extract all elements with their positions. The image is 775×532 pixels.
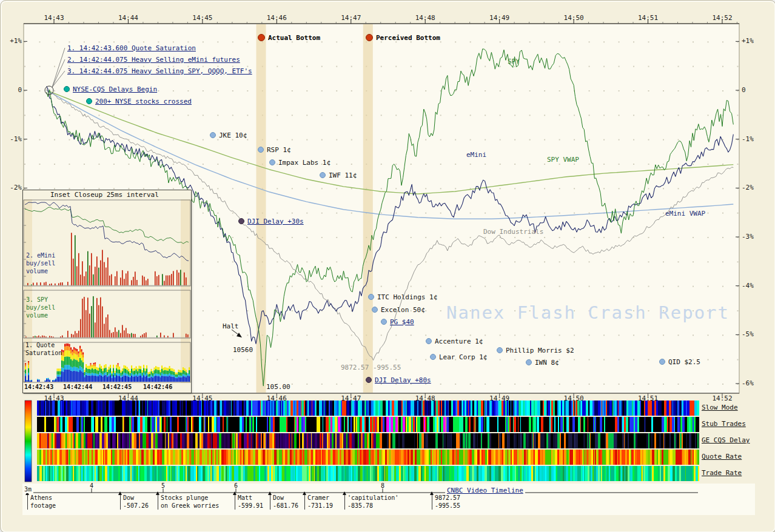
blue-dot [368, 294, 374, 300]
annotation-label: Dow Industrials [483, 228, 543, 236]
purple-dot [366, 377, 372, 383]
blue-dot [497, 347, 503, 353]
annotation-2-14-42-44-075-heavy-selling-emini-futures[interactable]: 2. 14:42:44.075 Heavy Selling eMini futu… [67, 56, 240, 63]
timeline-event-line: -681.76 [273, 502, 298, 510]
heatmap-label-trade-rate[interactable]: Trade Rate [702, 470, 742, 477]
inset-x-label: 14:42:43 [24, 384, 53, 390]
x-axis-label-heatmap: 14:45 [189, 395, 216, 403]
blue-dot [210, 132, 216, 138]
annotation-emini: eMini [466, 151, 486, 158]
annotation-iwn-8: IWN 8¢ [526, 359, 559, 366]
timeline-event-matt-599-91: Matt-599.91 [235, 494, 263, 510]
timeline-event-capitulation-835-78: 'capitulation'-835.78 [344, 494, 398, 510]
x-axis-label-heatmap: 14:46 [263, 395, 290, 403]
annotation-nyse-cqs-delays-begin[interactable]: NYSE-CQS Delays Begin [64, 85, 157, 93]
x-axis-label-heatmap: 14:49 [486, 395, 513, 403]
red-dot [258, 34, 265, 41]
timeline-event-line: footage [30, 502, 56, 510]
annotation-label[interactable]: PG $40 [390, 318, 414, 326]
annotation-label: ITC Holdings 1¢ [377, 293, 437, 301]
annotation-label: Lear Corp 1¢ [439, 353, 487, 361]
inset-label-quote-saturation: 1. Quote Saturation [25, 341, 62, 357]
annotation-label[interactable]: 1. 14:42:43.600 Quote Saturation [67, 44, 196, 52]
annotation-actual-bottom: Actual Bottom [258, 34, 320, 41]
cnbc-video-timeline-link[interactable]: CNBC Video Timeline [445, 487, 525, 495]
y-axis-label-left: -2% [2, 184, 22, 192]
annotation-1-14-42-43-600-quote-saturation[interactable]: 1. 14:42:43.600 Quote Saturation [67, 44, 196, 52]
inset-label-emini-volume: 2. eMini buy/sell volume [26, 251, 55, 275]
annotation-label: IWN 8¢ [535, 359, 559, 367]
timeline-event-stocks-plunge-on-greek-worries: Stocks plungeon Greek worries [158, 494, 219, 510]
x-axis-label-top: 14:45 [189, 15, 216, 22]
timeline-event-line: -731.19 [307, 502, 333, 510]
timeline-event-9872-57-995-55: 9872.57-995.55 [432, 494, 460, 510]
red-dot [366, 34, 373, 41]
x-axis-label-heatmap: 14:44 [115, 395, 141, 403]
y-axis-label-right: -3% [742, 233, 754, 241]
annotation-label: Impax Labs 1¢ [278, 159, 330, 167]
timeline-event-line: Cramer [307, 494, 333, 502]
x-axis-label-heatmap: 14:51 [635, 395, 662, 403]
teal-dot [86, 98, 92, 104]
annotation-iwf-11: IWF 11¢ [320, 171, 357, 179]
annotation-label: RSP 1¢ [267, 146, 291, 154]
annotation-jke-10: JKE 10¢ [210, 131, 247, 139]
blue-dot [430, 354, 436, 360]
heatmap-label-quote-rate[interactable]: Quote Rate [702, 453, 742, 461]
annotation-label: Phillip Morris $2 [506, 347, 574, 354]
y-axis-label-right: +1% [742, 38, 754, 45]
heatmap-label-ge-cqs-delay[interactable]: GE CQS Delay [702, 437, 750, 445]
teal-dot [64, 86, 70, 92]
annotation-label: Accenture 1¢ [435, 337, 483, 345]
timeline-event-line: -507.26 [123, 502, 149, 510]
timeline-left-label: 3m [22, 486, 33, 493]
y-axis-label-left: +1% [2, 38, 22, 45]
timeline-event-athens-footage: Athensfootage [27, 494, 56, 510]
annotation-spy-vwap: SPY VWAP [547, 156, 579, 163]
heatmap-label-slow-mode[interactable]: Slow Mode [702, 404, 738, 412]
x-axis-label-top: 14:44 [115, 15, 141, 22]
inset-closeup: Inset Closeup 25ms interval 2. eMini buy… [22, 190, 192, 393]
annotation-dji-delay-80s[interactable]: DJI Delay +80s [366, 376, 431, 384]
annotation-label[interactable]: 200+ NYSE stocks crossed [95, 98, 192, 105]
annotation-9872-57-995-55: 9872.57 -995.55 [341, 364, 401, 371]
blue-dot [269, 159, 275, 165]
annotation-perceived-bottom: Perceived Bottom [366, 34, 440, 41]
timeline-event-dow-681-76: Dow-681.76 [270, 494, 298, 510]
y-axis-label-left: -1% [2, 136, 22, 144]
inset-canvas [23, 190, 191, 393]
annotation-label[interactable]: DJI Delay +30s [247, 218, 304, 225]
annotation-impax-labs-1: Impax Labs 1¢ [269, 159, 330, 166]
annotation-label[interactable]: NYSE-CQS Delays Begin [73, 85, 157, 93]
timeline-event-line: Athens [30, 494, 56, 502]
x-axis-label-heatmap: 14:50 [560, 395, 587, 403]
annotation-dji-delay-30s[interactable]: DJI Delay +30s [238, 218, 304, 225]
annotation-pg-40[interactable]: PG $40 [381, 318, 414, 325]
annotation-label[interactable]: DJI Delay +80s [375, 376, 431, 384]
blue-dot [381, 319, 387, 325]
annotation-label: QID $2.5 [668, 358, 700, 366]
annotation-label: 105.00 [266, 383, 290, 391]
timeline-event-line: Stocks plunge [161, 494, 219, 502]
annotation-label: Perceived Bottom [376, 34, 440, 42]
blue-dot [258, 147, 264, 153]
annotation-rsp-1: RSP 1¢ [258, 146, 291, 153]
y-axis-label-right: -6% [742, 380, 754, 388]
annotation-3-14-42-44-075-heavy-selling-spy-qqqq-etf-s[interactable]: 3. 14:42:44.075 Heavy Selling SPY, QQQQ,… [67, 67, 252, 75]
annotation-label[interactable]: 3. 14:42:44.075 Heavy Selling SPY, QQQQ,… [67, 67, 252, 75]
heatmap-label-stub-trades[interactable]: Stub Trades [702, 421, 746, 428]
inset-label-spy-volume: 3. SPY buy/sell volume [26, 296, 55, 319]
annotation-200-nyse-stocks-crossed[interactable]: 200+ NYSE stocks crossed [86, 98, 192, 105]
annotation-label: eMini VWAP [665, 210, 705, 218]
x-axis-label-top: 14:46 [263, 15, 290, 22]
annotation-label: SPY [508, 58, 520, 65]
annotation-emini-vwap: eMini VWAP [665, 210, 705, 217]
blue-dot [372, 307, 378, 313]
blue-dot [659, 359, 665, 365]
annotation-label: Actual Bottom [268, 34, 320, 42]
annotation-label[interactable]: 2. 14:42:44.075 Heavy Selling eMini futu… [67, 56, 240, 64]
annotation-10560: 10560 [233, 346, 253, 353]
annotation-itc-holdings-1: ITC Holdings 1¢ [368, 293, 437, 301]
x-axis-label-heatmap: 14:52 [709, 395, 736, 403]
timeline-event-line: 'capitulation' [347, 494, 398, 502]
